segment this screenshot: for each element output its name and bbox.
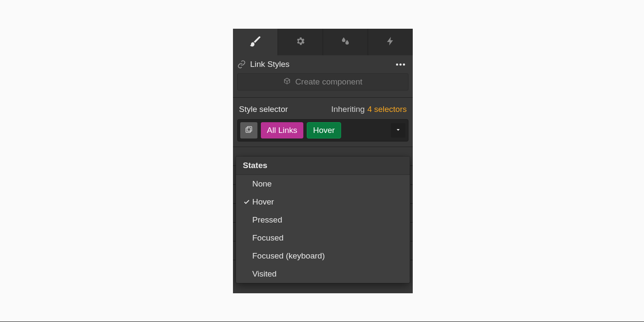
dropdown-item-label: Visited	[252, 269, 277, 279]
selector-field[interactable]: All Links Hover	[237, 119, 408, 141]
tab-style[interactable]	[233, 29, 278, 55]
dropdown-item-label: None	[252, 179, 272, 189]
dot-icon	[399, 63, 402, 66]
state-dropdown-toggle[interactable]	[391, 123, 405, 138]
gear-icon	[295, 36, 305, 48]
style-selector-heading: Style selector Inheriting 4 selectors	[233, 98, 413, 119]
more-options-button[interactable]	[394, 62, 407, 67]
dropdown-item[interactable]: Focused	[236, 229, 410, 247]
dot-icon	[396, 63, 398, 66]
selector-chip-state[interactable]: Hover	[307, 122, 342, 138]
dropdown-item-label: Pressed	[252, 215, 282, 225]
dropdown-item[interactable]: Hover	[236, 193, 410, 211]
dropdown-item[interactable]: Visited	[236, 265, 410, 283]
dropdown-item-label: Focused	[252, 233, 284, 243]
dropdown-item-label: Focused (keyboard)	[252, 251, 325, 261]
chip-label: All Links	[267, 126, 297, 135]
svg-rect-1	[247, 126, 252, 131]
link-icon	[237, 60, 246, 69]
dropdown-item[interactable]: Pressed	[236, 211, 410, 229]
style-panel: Link Styles Create component Style selec…	[233, 29, 413, 293]
selector-scope-button[interactable]	[240, 122, 257, 138]
inherit-count-link[interactable]: 4 selectors	[367, 105, 407, 114]
dropdown-item[interactable]: None	[236, 175, 410, 193]
panel-header: Link Styles	[233, 55, 413, 73]
drops-icon	[340, 36, 351, 48]
tab-settings[interactable]	[278, 29, 323, 55]
panel-title: Link Styles	[250, 60, 290, 69]
check-icon	[241, 199, 252, 205]
states-dropdown: States NoneHoverPressedFocusedFocused (k…	[236, 156, 410, 283]
panel-tabs	[233, 29, 413, 55]
chip-label: Hover	[313, 126, 335, 135]
style-selector-title: Style selector	[239, 105, 288, 114]
dropdown-item[interactable]: Focused (keyboard)	[236, 247, 410, 265]
tab-effects[interactable]	[323, 29, 368, 55]
tab-interactions[interactable]	[368, 29, 413, 55]
inherit-label: Inheriting	[331, 105, 365, 114]
dot-icon	[403, 63, 405, 66]
brush-icon	[249, 35, 262, 49]
create-component-button[interactable]: Create component	[237, 73, 408, 90]
selector-chip-class[interactable]: All Links	[261, 122, 303, 138]
create-component-label: Create component	[295, 77, 362, 87]
dropdown-item-label: Hover	[252, 197, 274, 207]
svg-rect-0	[246, 128, 251, 132]
bolt-icon	[385, 36, 396, 48]
caret-down-icon	[396, 126, 401, 134]
dropdown-header: States	[236, 156, 410, 175]
selector-scope-icon	[245, 126, 253, 135]
cube-icon	[283, 77, 291, 87]
